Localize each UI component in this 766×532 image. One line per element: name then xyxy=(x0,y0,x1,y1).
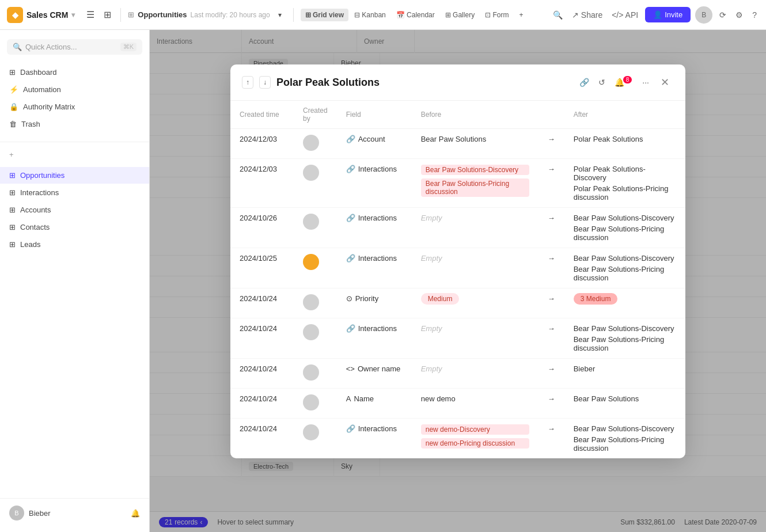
footer-notif-icon[interactable]: 🔔 xyxy=(131,509,140,518)
owner-icon: <> xyxy=(346,364,355,373)
hamburger-btn[interactable]: ☰ xyxy=(84,7,97,22)
history-row-6: 2024/10/24 🔗 Interactions Empty xyxy=(230,318,685,359)
next-record-btn[interactable]: ↓ xyxy=(259,76,271,89)
row2-after: Polar Peak Solutions-Discovery Polar Pea… xyxy=(564,159,685,208)
leads-icon: ⊞ xyxy=(9,240,16,249)
row1-arrow: → xyxy=(539,129,564,159)
history-btn[interactable]: ⟳ xyxy=(717,8,729,22)
modal-close-btn[interactable]: ✕ xyxy=(656,74,674,91)
sidebar-item-dashboard[interactable]: ⊞ Dashboard xyxy=(0,64,149,81)
user-avatar-btn[interactable]: B xyxy=(695,6,712,24)
row3-date: 2024/10/26 xyxy=(230,208,294,248)
row2-date: 2024/12/03 xyxy=(230,159,294,208)
link-icon-6: 🔗 xyxy=(346,324,355,333)
view-calendar-btn[interactable]: 📅 Calendar xyxy=(392,9,439,21)
view-grid-btn[interactable]: ⊞ Grid view xyxy=(301,9,348,21)
link-icon-btn[interactable]: 🔗 xyxy=(577,75,591,89)
settings-btn[interactable]: ⚙ xyxy=(733,8,745,22)
link-icon-2: 🔗 xyxy=(346,165,355,173)
priority-icon: ⊙ xyxy=(346,294,352,303)
sidebar-item-leads[interactable]: ⊞ Leads xyxy=(0,236,149,253)
add-view-btn[interactable]: + xyxy=(514,9,528,21)
contacts-label: Contacts xyxy=(20,223,50,231)
authority-label: Authority Matrix xyxy=(23,102,75,111)
breadcrumb-dropdown[interactable]: ▾ xyxy=(274,9,286,21)
quick-actions-search[interactable]: 🔍 Quick Actions... ⌘K xyxy=(7,39,142,55)
history-row-3: 2024/10/26 🔗 Interactions Empty xyxy=(230,208,685,248)
topbar-divider xyxy=(120,8,121,22)
row4-after-values: Bear Paw Solutions-Discovery Bear Paw So… xyxy=(574,254,676,282)
breadcrumb-title: Opportunities xyxy=(138,10,187,19)
row9-after: Bear Paw Solutions-Discovery Bear Paw So… xyxy=(564,419,685,459)
prev-record-btn[interactable]: ↑ xyxy=(242,76,253,89)
row9-date: 2024/10/24 xyxy=(230,419,294,459)
history-icon-btn[interactable]: ↺ xyxy=(596,75,608,89)
sidebar-item-authority-matrix[interactable]: 🔒 Authority Matrix xyxy=(0,98,149,115)
invite-label: Invite xyxy=(665,10,682,19)
accounts-icon: ⊞ xyxy=(9,206,16,214)
row5-field: ⊙ Priority xyxy=(337,288,412,318)
link-icon: 🔗 xyxy=(346,135,355,143)
row7-field: <> Owner name xyxy=(337,359,412,389)
row7-empty: Empty xyxy=(421,364,442,373)
opportunities-icon: ⊞ xyxy=(9,171,16,180)
sidebar-item-trash[interactable]: 🗑 Trash xyxy=(0,116,149,132)
sidebar-item-automation[interactable]: ⚡ Automation xyxy=(0,81,149,98)
table-header: Created time Created by Field Before Aft… xyxy=(230,101,685,129)
share-btn[interactable]: ↗ Share xyxy=(570,8,605,22)
row8-field: A Name xyxy=(337,389,412,419)
row1-avatar xyxy=(303,135,319,151)
history-row-8: 2024/10/24 A Name new demo → Bear Paw So… xyxy=(230,389,685,419)
more-icon-btn[interactable]: ··· xyxy=(640,75,651,89)
link-icon-3: 🔗 xyxy=(346,214,355,222)
row5-avatar xyxy=(303,294,319,310)
sidebar-item-contacts[interactable]: ⊞ Contacts xyxy=(0,219,149,235)
row3-avatar xyxy=(303,214,319,230)
bell-icon-btn[interactable]: 🔔8 xyxy=(612,75,636,89)
help-btn[interactable]: ? xyxy=(750,8,759,22)
leads-label: Leads xyxy=(20,240,40,249)
row3-after: Bear Paw Solutions-Discovery Bear Paw So… xyxy=(564,208,685,248)
row6-field: 🔗 Interactions xyxy=(337,318,412,359)
row4-date: 2024/10/25 xyxy=(230,248,294,288)
topbar-breadcrumb: ⊞ Opportunities Last modify: 20 hours ag… xyxy=(128,9,286,21)
sidebar-add-table[interactable]: + xyxy=(0,147,149,162)
col-header-after: After xyxy=(564,101,685,129)
row6-before: Empty xyxy=(412,318,539,359)
modal-header: ↑ ↓ Polar Peak Solutions 🔗 ↺ 🔔8 ··· ✕ xyxy=(230,64,685,101)
row2-after-val2: Polar Peak Solutions-Pricing discussion xyxy=(574,184,676,202)
row6-avatar xyxy=(303,324,319,340)
topbar: ◆ Sales CRM ▾ ☰ ⊞ ⊞ Opportunities Last m… xyxy=(0,0,766,30)
view-kanban-btn[interactable]: ⊟ Kanban xyxy=(350,9,390,21)
row4-arrow: → xyxy=(539,248,564,288)
row7-arrow: → xyxy=(539,359,564,389)
sidebar-item-opportunities[interactable]: ⊞ Opportunities xyxy=(0,167,149,184)
col-header-created-time: Created time xyxy=(230,101,294,129)
row6-by xyxy=(294,318,337,359)
row3-after-values: Bear Paw Solutions-Discovery Bear Paw So… xyxy=(574,214,676,242)
row7-date: 2024/10/24 xyxy=(230,359,294,389)
sidebar-item-interactions[interactable]: ⊞ Interactions xyxy=(0,184,149,201)
invite-btn[interactable]: 👤 Invite xyxy=(645,7,691,22)
search-btn[interactable]: 🔍 xyxy=(551,8,565,22)
row3-arrow: → xyxy=(539,208,564,248)
row4-field: 🔗 Interactions xyxy=(337,248,412,288)
row8-avatar xyxy=(303,394,319,411)
row7-by xyxy=(294,359,337,389)
layout-toggle-btn[interactable]: ⊞ xyxy=(101,7,113,22)
view-gallery-btn[interactable]: ⊞ Gallery xyxy=(441,9,479,21)
breadcrumb-subtitle: Last modify: 20 hours ago xyxy=(191,11,270,19)
row6-after-val1: Bear Paw Solutions-Discovery xyxy=(574,324,676,333)
col-header-arrow xyxy=(539,101,564,129)
modal-title: Polar Peak Solutions xyxy=(276,77,571,89)
sidebar-item-accounts[interactable]: ⊞ Accounts xyxy=(0,202,149,218)
search-placeholder: Quick Actions... xyxy=(25,43,77,51)
col-header-before: Before xyxy=(412,101,539,129)
brand-dropdown-icon[interactable]: ▾ xyxy=(71,11,75,19)
view-form-btn[interactable]: ⊡ Form xyxy=(480,9,513,21)
row4-by xyxy=(294,248,337,288)
api-btn[interactable]: </> API xyxy=(609,8,640,22)
row5-by xyxy=(294,288,337,318)
row5-date: 2024/10/24 xyxy=(230,288,294,318)
modal-body[interactable]: Created time Created by Field Before Aft… xyxy=(230,101,685,458)
